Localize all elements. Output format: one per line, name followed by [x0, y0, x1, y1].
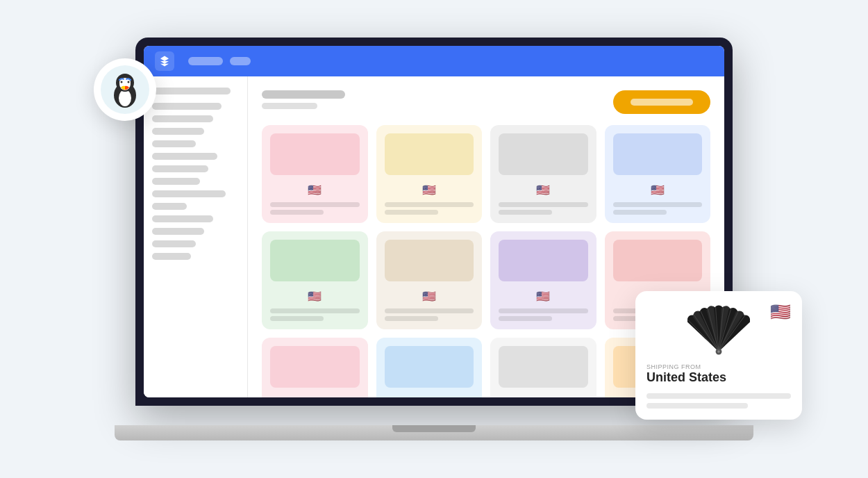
svg-point-1	[119, 90, 131, 106]
avatar	[94, 58, 156, 121]
sidebar-item[interactable]	[152, 140, 196, 147]
product-card[interactable]: 🇺🇸	[376, 338, 483, 397]
product-line	[499, 308, 588, 313]
puffin-icon	[104, 69, 146, 110]
product-image	[270, 346, 360, 388]
action-button[interactable]	[613, 90, 710, 114]
product-line	[270, 308, 360, 313]
product-line	[613, 210, 667, 215]
top-bar	[144, 46, 724, 76]
product-line	[499, 210, 552, 215]
svg-point-5	[121, 81, 123, 83]
product-line	[613, 202, 703, 207]
nav-pill-1[interactable]	[188, 57, 223, 65]
product-image	[499, 240, 588, 281]
product-image	[385, 240, 474, 281]
sidebar-item[interactable]	[152, 215, 213, 222]
sidebar-item[interactable]	[152, 115, 213, 122]
product-line	[270, 210, 324, 215]
sidebar-item[interactable]	[152, 88, 231, 94]
product-image	[499, 133, 588, 175]
page-title	[262, 90, 345, 99]
product-line	[385, 202, 474, 207]
sidebar-item[interactable]	[152, 190, 226, 197]
product-line	[270, 316, 324, 321]
product-flag: 🇺🇸	[270, 396, 360, 397]
product-flag: 🇺🇸	[385, 183, 474, 197]
sidebar-item[interactable]	[152, 240, 196, 247]
product-flag: 🇺🇸	[385, 290, 474, 303]
top-bar-nav	[188, 57, 251, 65]
product-line	[385, 308, 474, 313]
fan-icon	[687, 302, 750, 358]
product-line	[270, 202, 360, 207]
product-flag: 🇺🇸	[270, 183, 360, 197]
nav-pill-2[interactable]	[230, 57, 251, 65]
product-card[interactable]: 🇺🇸	[376, 125, 483, 223]
svg-point-18	[717, 350, 720, 353]
product-card[interactable]: 🇺🇸	[262, 338, 368, 397]
product-card[interactable]: 🇺🇸	[490, 125, 596, 223]
shipping-label: SHIPPING FROM	[646, 363, 791, 370]
shipping-flag: 🇺🇸	[770, 302, 791, 322]
sidebar-item[interactable]	[152, 128, 204, 135]
sidebar-item[interactable]	[152, 103, 222, 110]
shipping-card: SHIPPING FROM United States 🇺🇸	[635, 291, 802, 420]
product-flag: 🇺🇸	[499, 183, 588, 197]
action-button-label	[631, 99, 693, 106]
product-line	[385, 316, 438, 321]
product-card[interactable]: 🇺🇸	[376, 231, 483, 329]
product-flag: 🇺🇸	[499, 396, 588, 397]
product-card[interactable]: 🇺🇸	[490, 231, 596, 329]
title-group	[262, 90, 345, 109]
product-line	[499, 202, 588, 207]
product-flag: 🇺🇸	[499, 290, 588, 303]
shipping-country: United States	[646, 370, 791, 385]
product-card[interactable]: 🇺🇸	[262, 231, 368, 329]
product-image	[385, 346, 474, 388]
sidebar-item[interactable]	[152, 203, 187, 210]
product-flag: 🇺🇸	[270, 290, 360, 303]
product-image	[270, 240, 360, 281]
product-image	[613, 240, 703, 281]
product-flag: 🇺🇸	[385, 396, 474, 397]
page-subtitle	[262, 103, 317, 109]
product-image	[270, 133, 360, 175]
product-line	[385, 210, 438, 215]
scene: 🇺🇸 🇺🇸	[52, 17, 816, 461]
product-line	[499, 316, 552, 321]
product-card[interactable]: 🇺🇸	[490, 338, 596, 397]
fan-icon-container	[646, 302, 791, 358]
shipping-detail-line	[646, 403, 748, 409]
product-flag: 🇺🇸	[613, 183, 703, 197]
product-image	[385, 133, 474, 175]
sidebar-item[interactable]	[152, 178, 200, 185]
content-header	[262, 90, 710, 114]
product-image	[613, 133, 703, 175]
svg-point-7	[128, 81, 130, 83]
shipping-info: SHIPPING FROM United States 🇺🇸	[646, 363, 791, 385]
laptop-base	[115, 425, 753, 440]
sidebar-item[interactable]	[152, 253, 191, 260]
product-image	[499, 346, 588, 388]
sidebar-item[interactable]	[152, 153, 217, 160]
sidebar	[144, 76, 248, 397]
sidebar-item[interactable]	[152, 165, 208, 172]
shipping-detail-line	[646, 393, 791, 399]
product-card[interactable]: 🇺🇸	[605, 125, 711, 223]
product-card[interactable]: 🇺🇸	[262, 125, 368, 223]
app-logo	[155, 51, 174, 71]
sidebar-item[interactable]	[152, 228, 204, 235]
shipping-details	[646, 393, 791, 409]
